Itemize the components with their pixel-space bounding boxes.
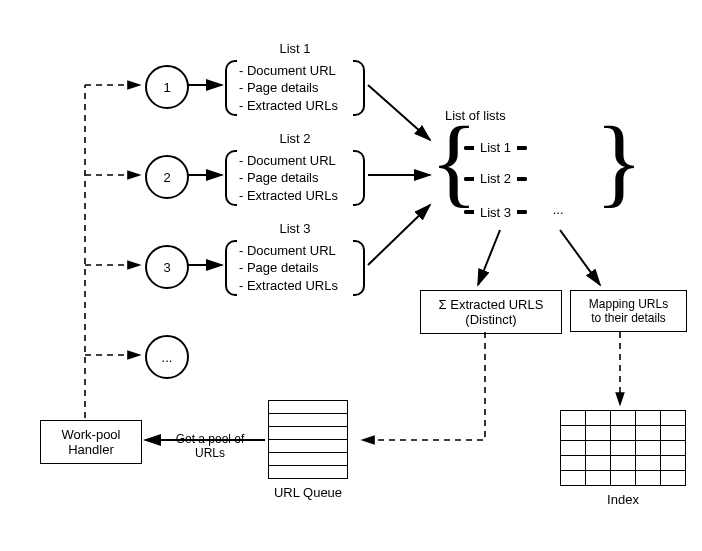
list-3: List 3 - Document URL - Page details - E…: [225, 220, 365, 296]
worker-node-3: 3: [145, 245, 189, 289]
list-3-item-a: - Document URL: [239, 242, 351, 260]
list-1: List 1 - Document URL - Page details - E…: [225, 40, 365, 116]
sum-extracted-box: Σ Extracted URLS (Distinct): [420, 290, 562, 334]
mapping-box: Mapping URLs to their details: [570, 290, 687, 332]
list-1-item-c: - Extracted URLs: [239, 97, 351, 115]
list-3-item-b: - Page details: [239, 259, 351, 277]
index-label: Index: [560, 492, 686, 507]
list-1-item-a: - Document URL: [239, 62, 351, 80]
edge-label-get-pool: Get a pool of URLs: [160, 432, 260, 460]
svg-line-7: [560, 230, 600, 285]
list-1-title: List 1: [225, 40, 365, 58]
list-3-item-c: - Extracted URLs: [239, 277, 351, 295]
worker-more-label: ...: [162, 350, 173, 365]
svg-line-5: [368, 205, 430, 265]
list-2-item-a: - Document URL: [239, 152, 351, 170]
index-table: [560, 410, 686, 486]
aggregate-body: List 1 List 2 List 3 ...: [460, 132, 600, 228]
agg-item-2: List 2: [464, 167, 527, 190]
worker-2-label: 2: [163, 170, 170, 185]
svg-line-3: [368, 85, 430, 140]
agg-item-1: List 1: [464, 136, 527, 159]
worker-node-2: 2: [145, 155, 189, 199]
worker-node-more: ...: [145, 335, 189, 379]
worker-node-1: 1: [145, 65, 189, 109]
list-3-title: List 3: [225, 220, 365, 238]
index-grid: Index: [560, 410, 686, 507]
list-2-item-c: - Extracted URLs: [239, 187, 351, 205]
diagram-canvas: 1 2 3 ... List 1 - Document URL - Page d…: [0, 0, 702, 551]
worker-3-label: 3: [163, 260, 170, 275]
workpool-handler-box: Work-pool Handler: [40, 420, 142, 464]
list-2: List 2 - Document URL - Page details - E…: [225, 130, 365, 206]
agg-item-more: ...: [539, 198, 578, 221]
list-2-title: List 2: [225, 130, 365, 148]
agg-item-3: List 3: [464, 201, 527, 224]
list-2-item-b: - Page details: [239, 169, 351, 187]
svg-line-6: [478, 230, 500, 285]
worker-1-label: 1: [163, 80, 170, 95]
url-queue-label: URL Queue: [268, 485, 348, 500]
brace-right-icon: }: [595, 112, 643, 212]
list-1-item-b: - Page details: [239, 79, 351, 97]
url-queue: URL Queue: [268, 400, 348, 500]
